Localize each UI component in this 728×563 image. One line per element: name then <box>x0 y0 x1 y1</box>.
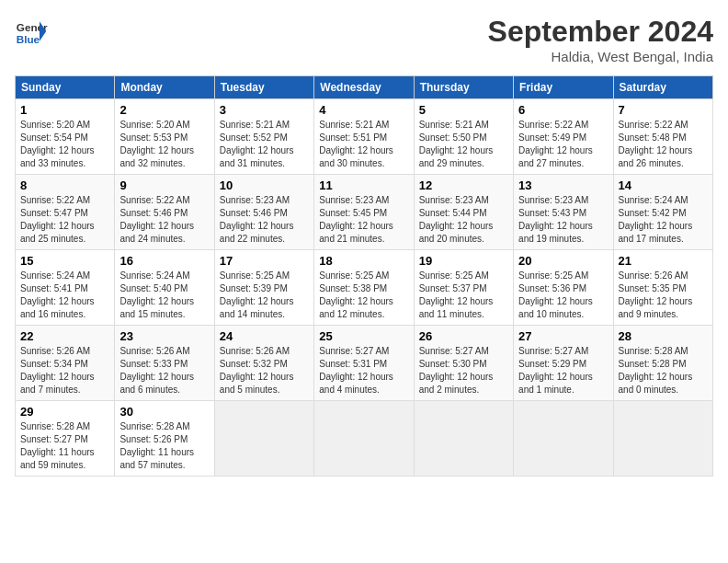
day-number: 8 <box>20 178 109 192</box>
day-cell: 13 Sunrise: 5:23 AMSunset: 5:43 PMDaylig… <box>514 175 613 250</box>
day-detail: Sunrise: 5:22 AMSunset: 5:47 PMDaylight:… <box>20 195 95 244</box>
calendar-week-row: 8 Sunrise: 5:22 AMSunset: 5:47 PMDayligh… <box>16 175 713 250</box>
day-detail: Sunrise: 5:27 AMSunset: 5:30 PMDaylight:… <box>419 346 494 395</box>
month-title: September 2024 <box>488 15 713 49</box>
day-detail: Sunrise: 5:25 AMSunset: 5:37 PMDaylight:… <box>419 270 494 319</box>
day-number: 2 <box>119 103 209 117</box>
day-cell: 4 Sunrise: 5:21 AMSunset: 5:51 PMDayligh… <box>314 99 414 175</box>
day-number: 3 <box>220 103 309 117</box>
day-cell: 11 Sunrise: 5:23 AMSunset: 5:45 PMDaylig… <box>314 175 414 250</box>
day-cell: 24 Sunrise: 5:26 AMSunset: 5:32 PMDaylig… <box>214 326 313 401</box>
day-number: 10 <box>220 178 309 192</box>
col-monday: Monday <box>115 76 214 99</box>
day-detail: Sunrise: 5:22 AMSunset: 5:48 PMDaylight:… <box>619 120 693 168</box>
day-detail: Sunrise: 5:26 AMSunset: 5:34 PMDaylight:… <box>20 346 95 395</box>
day-detail: Sunrise: 5:21 AMSunset: 5:52 PMDaylight:… <box>220 120 294 168</box>
day-detail: Sunrise: 5:26 AMSunset: 5:32 PMDaylight:… <box>220 346 294 395</box>
day-number: 13 <box>518 178 608 192</box>
day-cell: 25 Sunrise: 5:27 AMSunset: 5:31 PMDaylig… <box>314 326 414 401</box>
day-number: 12 <box>419 178 508 192</box>
day-number: 11 <box>319 178 408 192</box>
day-cell: 12 Sunrise: 5:23 AMSunset: 5:44 PMDaylig… <box>414 175 513 250</box>
calendar-header-row: Sunday Monday Tuesday Wednesday Thursday… <box>16 76 713 99</box>
day-detail: Sunrise: 5:25 AMSunset: 5:39 PMDaylight:… <box>220 270 294 319</box>
day-number: 21 <box>619 254 708 268</box>
empty-day-cell <box>314 401 414 477</box>
day-detail: Sunrise: 5:25 AMSunset: 5:38 PMDaylight:… <box>319 270 393 319</box>
day-number: 6 <box>518 103 608 117</box>
day-cell: 16 Sunrise: 5:24 AMSunset: 5:40 PMDaylig… <box>115 250 214 326</box>
day-number: 4 <box>319 103 408 117</box>
day-cell: 28 Sunrise: 5:28 AMSunset: 5:28 PMDaylig… <box>613 326 712 401</box>
day-detail: Sunrise: 5:25 AMSunset: 5:36 PMDaylight:… <box>518 270 593 319</box>
day-number: 15 <box>20 254 109 268</box>
day-number: 29 <box>20 405 109 419</box>
empty-day-cell <box>613 401 712 477</box>
day-number: 1 <box>20 103 109 117</box>
day-number: 24 <box>220 329 309 343</box>
day-number: 20 <box>518 254 608 268</box>
page-header: General Blue September 2024 Haldia, West… <box>15 15 713 64</box>
day-detail: Sunrise: 5:23 AMSunset: 5:44 PMDaylight:… <box>419 195 494 244</box>
day-cell: 5 Sunrise: 5:21 AMSunset: 5:50 PMDayligh… <box>414 99 513 175</box>
day-cell: 1 Sunrise: 5:20 AMSunset: 5:54 PMDayligh… <box>16 99 115 175</box>
day-cell: 7 Sunrise: 5:22 AMSunset: 5:48 PMDayligh… <box>613 99 712 175</box>
day-number: 7 <box>619 103 708 117</box>
day-cell: 27 Sunrise: 5:27 AMSunset: 5:29 PMDaylig… <box>514 326 613 401</box>
day-cell: 15 Sunrise: 5:24 AMSunset: 5:41 PMDaylig… <box>16 250 115 326</box>
day-detail: Sunrise: 5:23 AMSunset: 5:43 PMDaylight:… <box>518 195 593 244</box>
day-detail: Sunrise: 5:23 AMSunset: 5:45 PMDaylight:… <box>319 195 393 244</box>
day-number: 14 <box>619 178 708 192</box>
day-detail: Sunrise: 5:27 AMSunset: 5:31 PMDaylight:… <box>319 346 393 395</box>
logo-icon: General Blue <box>15 15 48 48</box>
day-detail: Sunrise: 5:24 AMSunset: 5:40 PMDaylight:… <box>119 270 194 319</box>
title-block: September 2024 Haldia, West Bengal, Indi… <box>488 15 713 64</box>
empty-day-cell <box>214 401 313 477</box>
logo: General Blue <box>15 15 48 48</box>
day-cell: 17 Sunrise: 5:25 AMSunset: 5:39 PMDaylig… <box>214 250 313 326</box>
day-cell: 9 Sunrise: 5:22 AMSunset: 5:46 PMDayligh… <box>115 175 214 250</box>
day-cell: 26 Sunrise: 5:27 AMSunset: 5:30 PMDaylig… <box>414 326 513 401</box>
day-cell: 29 Sunrise: 5:28 AMSunset: 5:27 PMDaylig… <box>16 401 115 477</box>
day-detail: Sunrise: 5:20 AMSunset: 5:54 PMDaylight:… <box>20 120 95 168</box>
svg-text:Blue: Blue <box>17 33 40 45</box>
day-number: 22 <box>20 329 109 343</box>
day-detail: Sunrise: 5:21 AMSunset: 5:50 PMDaylight:… <box>419 120 494 168</box>
day-cell: 3 Sunrise: 5:21 AMSunset: 5:52 PMDayligh… <box>214 99 313 175</box>
day-cell: 8 Sunrise: 5:22 AMSunset: 5:47 PMDayligh… <box>16 175 115 250</box>
calendar-table: Sunday Monday Tuesday Wednesday Thursday… <box>15 75 713 477</box>
day-number: 17 <box>220 254 309 268</box>
day-number: 26 <box>419 329 508 343</box>
day-number: 30 <box>119 405 209 419</box>
empty-day-cell <box>514 401 613 477</box>
calendar-week-row: 1 Sunrise: 5:20 AMSunset: 5:54 PMDayligh… <box>16 99 713 175</box>
col-friday: Friday <box>514 76 613 99</box>
day-cell: 19 Sunrise: 5:25 AMSunset: 5:37 PMDaylig… <box>414 250 513 326</box>
day-cell: 23 Sunrise: 5:26 AMSunset: 5:33 PMDaylig… <box>115 326 214 401</box>
day-number: 18 <box>319 254 408 268</box>
col-sunday: Sunday <box>16 76 115 99</box>
day-number: 28 <box>619 329 708 343</box>
calendar-week-row: 15 Sunrise: 5:24 AMSunset: 5:41 PMDaylig… <box>16 250 713 326</box>
day-cell: 22 Sunrise: 5:26 AMSunset: 5:34 PMDaylig… <box>16 326 115 401</box>
col-wednesday: Wednesday <box>314 76 414 99</box>
day-cell: 30 Sunrise: 5:28 AMSunset: 5:26 PMDaylig… <box>115 401 214 477</box>
day-detail: Sunrise: 5:24 AMSunset: 5:42 PMDaylight:… <box>619 195 693 244</box>
day-number: 19 <box>419 254 508 268</box>
day-detail: Sunrise: 5:22 AMSunset: 5:46 PMDaylight:… <box>119 195 194 244</box>
day-detail: Sunrise: 5:24 AMSunset: 5:41 PMDaylight:… <box>20 270 95 319</box>
day-detail: Sunrise: 5:28 AMSunset: 5:27 PMDaylight:… <box>20 421 95 470</box>
day-number: 5 <box>419 103 508 117</box>
day-detail: Sunrise: 5:26 AMSunset: 5:33 PMDaylight:… <box>119 346 194 395</box>
day-detail: Sunrise: 5:26 AMSunset: 5:35 PMDaylight:… <box>619 270 693 319</box>
day-detail: Sunrise: 5:21 AMSunset: 5:51 PMDaylight:… <box>319 120 393 168</box>
location: Haldia, West Bengal, India <box>488 49 713 64</box>
day-cell: 14 Sunrise: 5:24 AMSunset: 5:42 PMDaylig… <box>613 175 712 250</box>
col-saturday: Saturday <box>613 76 712 99</box>
calendar-week-row: 22 Sunrise: 5:26 AMSunset: 5:34 PMDaylig… <box>16 326 713 401</box>
day-number: 27 <box>518 329 608 343</box>
col-tuesday: Tuesday <box>214 76 313 99</box>
day-cell: 2 Sunrise: 5:20 AMSunset: 5:53 PMDayligh… <box>115 99 214 175</box>
day-detail: Sunrise: 5:28 AMSunset: 5:26 PMDaylight:… <box>119 421 194 470</box>
calendar-week-row: 29 Sunrise: 5:28 AMSunset: 5:27 PMDaylig… <box>16 401 713 477</box>
